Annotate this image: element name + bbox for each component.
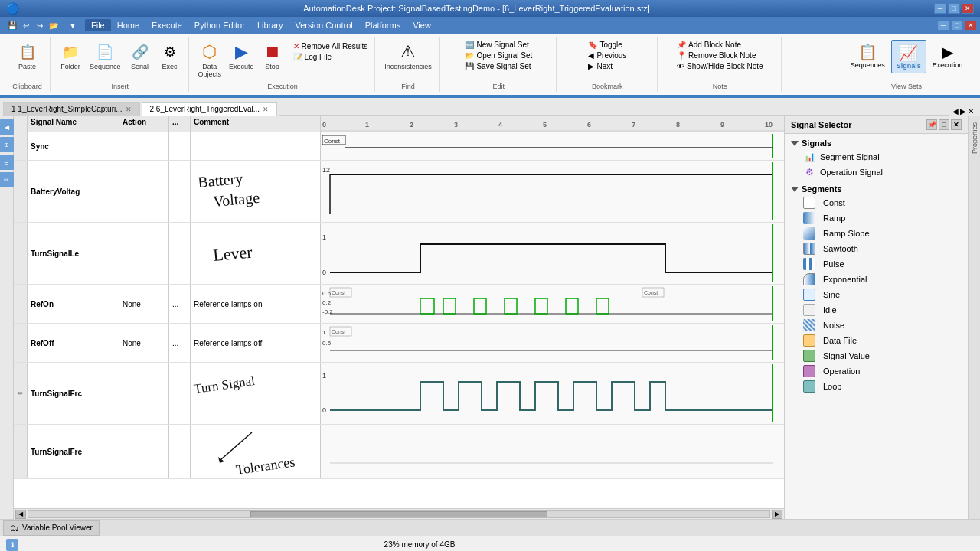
stop-button[interactable]: ⏹ Stop <box>259 40 286 72</box>
serial-button[interactable]: 🔗 Serial <box>126 40 154 72</box>
sequences-viewset-button[interactable]: 📋 Sequences <box>846 40 890 72</box>
close-button[interactable]: ✕ <box>962 3 974 14</box>
turn-signal-handwriting: Turn Signal <box>191 363 321 424</box>
panel-float-btn[interactable]: □ <box>939 119 949 130</box>
inconsistencies-button[interactable]: ⚠ Inconsistencies <box>381 40 435 72</box>
paste-button[interactable]: 📋 Paste <box>12 40 43 72</box>
tree-item-loop[interactable]: Loop <box>788 379 965 394</box>
tree-item-idle[interactable]: Idle <box>788 302 965 318</box>
scroll-left-btn[interactable]: ◀ <box>15 510 26 519</box>
signals-viewset-button[interactable]: 📈 Signals <box>891 40 926 73</box>
sequence-button[interactable]: 📄 Sequence <box>87 40 124 72</box>
redo-quick-btn[interactable]: ↪ <box>34 20 46 31</box>
battery-chart[interactable]: 12 <box>321 161 784 222</box>
tree-item-ramp[interactable]: Ramp <box>788 210 965 226</box>
app-restore-btn[interactable]: □ <box>951 20 963 31</box>
lever-chart[interactable]: 1 0 <box>321 223 784 284</box>
scroll-thumb[interactable] <box>250 511 547 517</box>
tree-item-noise[interactable]: Noise <box>788 318 965 333</box>
panel-close-btn[interactable]: ✕ <box>951 119 962 130</box>
turnsignal-chart-svg: 1 0 <box>321 363 784 424</box>
quick-dropdown-btn[interactable]: ▼ <box>67 20 79 31</box>
remove-all-results-button[interactable]: ✕ Remove All Results <box>291 41 371 51</box>
tree-group-signals-header[interactable]: Signals <box>788 137 965 149</box>
refoff-dots: ... <box>169 324 191 362</box>
tree-item-ramp-slope[interactable]: Ramp Slope <box>788 226 965 241</box>
sync-chart[interactable]: Const <box>321 132 784 160</box>
window-controls[interactable]: ─ □ ✕ <box>934 3 974 14</box>
scroll-right-btn[interactable]: ▶ <box>772 510 782 519</box>
left-tool-3[interactable]: ⊖ <box>0 155 15 170</box>
tolerances-chart[interactable] <box>321 425 784 478</box>
refoff-chart[interactable]: 1 0.5 Const <box>321 324 784 362</box>
tree-item-operation[interactable]: Operation <box>788 364 965 379</box>
battery-handwriting: Battery Voltage <box>191 161 321 222</box>
log-file-button[interactable]: 📝 Log File <box>291 52 371 62</box>
menu-platforms[interactable]: Platforms <box>359 19 407 31</box>
horizontal-scrollbar[interactable]: ◀ ▶ <box>14 508 784 519</box>
open-quick-btn[interactable]: 📂 <box>47 20 60 31</box>
app-minimize-btn[interactable]: ─ <box>937 20 949 31</box>
doc-tab-2[interactable]: 2 6_LeverRight_TriggeredEval... ✕ <box>142 102 278 116</box>
tabs-scroll-left[interactable]: ◀ <box>952 107 959 116</box>
tree-group-segments-header[interactable]: Segments <box>788 183 965 195</box>
panel-pin-btn[interactable]: 📌 <box>926 119 937 130</box>
new-signal-set-button[interactable]: 🆕 New Signal Set <box>462 40 531 50</box>
signals-group-label: Signals <box>802 139 831 148</box>
execution-viewset-button[interactable]: ▶ Execution <box>928 40 968 72</box>
svg-text:3: 3 <box>454 121 458 129</box>
save-quick-btn[interactable]: 💾 <box>6 20 18 31</box>
tree-item-exponential[interactable]: Exponential <box>788 272 965 287</box>
menu-python-editor[interactable]: Python Editor <box>188 19 251 31</box>
data-objects-button[interactable]: ⬡ Data Objects <box>195 40 225 80</box>
toggle-button[interactable]: 🔖 Toggle <box>586 40 624 50</box>
exec-button[interactable]: ⚙ Exec <box>156 40 184 72</box>
tabs-close-all[interactable]: ✕ <box>968 107 974 116</box>
signal-selector-title: Signal Selector <box>791 120 851 129</box>
next-button[interactable]: ▶ Next <box>586 61 615 71</box>
svg-text:Const: Const <box>332 290 345 295</box>
left-tool-1[interactable]: ◀ <box>0 119 15 135</box>
menu-library[interactable]: Library <box>251 19 289 31</box>
execute-button[interactable]: ▶ Execute <box>226 40 257 72</box>
menu-view[interactable]: View <box>407 19 437 31</box>
menu-version-control[interactable]: Version Control <box>289 19 359 31</box>
folder-button[interactable]: 📁 Folder <box>57 40 84 72</box>
doc-tab-1[interactable]: 1 1_LeverRight_SimpleCapturi... ✕ <box>3 102 140 116</box>
add-block-note-button[interactable]: 📌 Add Block Note <box>675 40 743 50</box>
tree-item-sine[interactable]: Sine <box>788 287 965 302</box>
refon-action: None <box>119 285 169 323</box>
tree-item-segment-signal[interactable]: 📊 Segment Signal <box>788 149 965 165</box>
turnsignal-chart[interactable]: 1 0 <box>321 363 784 424</box>
left-tool-2[interactable]: ⊕ <box>0 137 15 152</box>
remove-block-note-button[interactable]: 📍 Remove Block Note <box>675 51 758 60</box>
left-tool-4[interactable]: ✏ <box>0 172 15 187</box>
title-bar: 🔵 AutomationDesk Project: SignalBasedTes… <box>0 0 980 17</box>
show-hide-block-note-button[interactable]: 👁 Show/Hide Block Note <box>675 61 766 71</box>
doc-tab-1-close[interactable]: ✕ <box>126 106 132 113</box>
doc-tab-2-close[interactable]: ✕ <box>263 106 269 113</box>
undo-quick-btn[interactable]: ↩ <box>20 20 32 31</box>
stop-label: Stop <box>265 63 279 70</box>
tree-item-data-file[interactable]: Data File <box>788 333 965 348</box>
menu-execute[interactable]: Execute <box>145 19 188 31</box>
open-signal-set-button[interactable]: 📂 Open Signal Set <box>462 51 534 60</box>
menu-home[interactable]: Home <box>111 19 145 31</box>
show-hide-icon: 👁 <box>677 62 684 70</box>
maximize-button[interactable]: □ <box>948 3 960 14</box>
app-close-btn[interactable]: ✕ <box>965 20 977 31</box>
tree-item-const[interactable]: Const <box>788 195 965 210</box>
tree-item-operation-signal[interactable]: ⚙ Operation Signal <box>788 165 965 180</box>
tabs-scroll-right[interactable]: ▶ <box>960 107 966 116</box>
variable-pool-viewer-tab[interactable]: 🗂 Variable Pool Viewer <box>3 520 100 536</box>
scroll-track[interactable] <box>28 510 770 518</box>
save-signal-set-button[interactable]: 💾 Save Signal Set <box>462 61 533 71</box>
previous-button[interactable]: ◀ Previous <box>586 51 629 60</box>
refon-chart[interactable]: 0.6 0.2 -0.2 Const <box>321 285 784 323</box>
tree-item-sawtooth[interactable]: Sawtooth <box>788 241 965 256</box>
menu-file[interactable]: File <box>85 19 111 31</box>
tree-item-pulse[interactable]: Pulse <box>788 256 965 272</box>
tree-item-signal-value[interactable]: Signal Value <box>788 348 965 364</box>
svg-rect-24 <box>321 223 784 284</box>
minimize-button[interactable]: ─ <box>934 3 946 14</box>
